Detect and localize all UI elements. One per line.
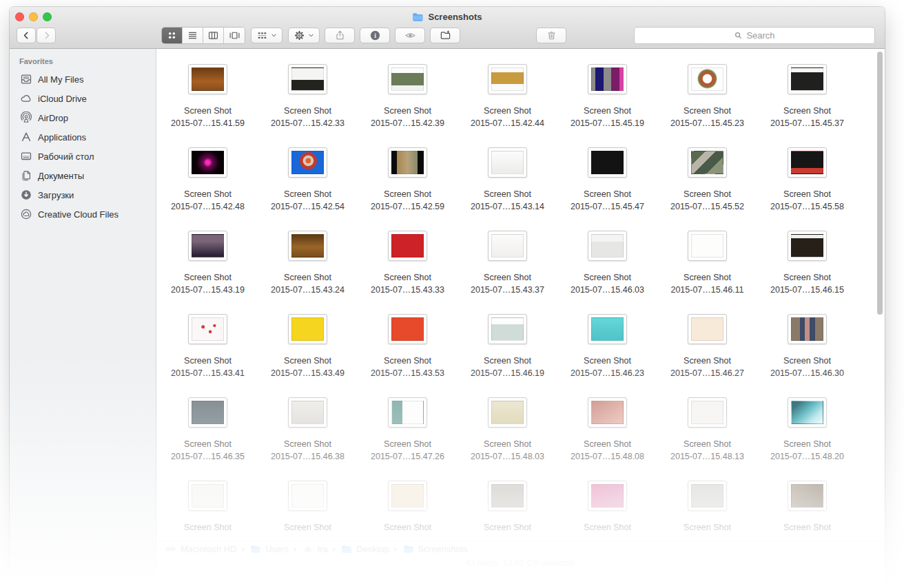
- forward-button[interactable]: [37, 28, 56, 43]
- path-segment[interactable]: Macintosh HD: [165, 544, 237, 554]
- file-thumbnail[interactable]: [788, 64, 827, 94]
- file-item[interactable]: Screen Shot 2015-07…15.43.49: [258, 314, 358, 397]
- sidebar-item-загрузки[interactable]: Загрузки: [10, 185, 156, 204]
- file-thumbnail[interactable]: [588, 397, 627, 428]
- file-thumbnail[interactable]: [488, 397, 527, 428]
- file-thumbnail[interactable]: [688, 147, 727, 178]
- file-thumbnail[interactable]: [788, 314, 827, 344]
- file-item[interactable]: Screen Shot 2015-07…15.42.59: [358, 147, 458, 231]
- file-thumbnail[interactable]: [188, 397, 227, 428]
- file-item[interactable]: Screen Shot 2015-07…15.47.26: [358, 397, 458, 481]
- file-thumbnail[interactable]: [488, 147, 527, 178]
- file-thumbnail[interactable]: [688, 64, 727, 94]
- file-thumbnail[interactable]: [388, 231, 427, 261]
- sidebar-item-icloud-drive[interactable]: iCloud Drive: [10, 89, 156, 108]
- file-thumbnail[interactable]: [788, 397, 827, 428]
- file-thumbnail[interactable]: [288, 314, 327, 344]
- file-item[interactable]: Screen Shot 2015-07…15.43.33: [358, 231, 458, 314]
- file-thumbnail[interactable]: [488, 64, 527, 94]
- list-view-button[interactable]: [183, 28, 203, 43]
- file-item[interactable]: Screen Shot 2015-07…15.42.54: [258, 147, 358, 231]
- file-thumbnail[interactable]: [188, 231, 227, 261]
- file-item[interactable]: Screen Shot 2015-07…15.45.37: [757, 64, 857, 147]
- new-folder-button[interactable]: [430, 28, 460, 43]
- vertical-scrollbar-thumb[interactable]: [877, 52, 883, 315]
- file-thumbnail[interactable]: [288, 147, 327, 178]
- file-thumbnail[interactable]: [288, 397, 327, 428]
- path-segment[interactable]: Users: [250, 544, 289, 554]
- file-item[interactable]: Screen Shot 2015-07…15.43.53: [358, 314, 458, 397]
- file-item[interactable]: Screen Shot 2015-07…15.42.48: [158, 147, 258, 231]
- file-item[interactable]: Screen Shot 2015-07…15.46.30: [757, 314, 857, 397]
- sidebar-item-рабочий-стол[interactable]: Рабочий стол: [10, 147, 156, 166]
- action-button[interactable]: [288, 28, 320, 43]
- file-thumbnail[interactable]: [188, 147, 227, 178]
- arrange-button[interactable]: [251, 28, 282, 43]
- search-input[interactable]: Search: [634, 27, 875, 44]
- file-item[interactable]: Screen Shot 2015-07…15.41.59: [158, 64, 258, 147]
- file-item[interactable]: Screen Shot 2015-07…15.46.03: [557, 231, 657, 314]
- file-thumbnail[interactable]: [588, 231, 627, 261]
- file-item[interactable]: Screen Shot 2015-07…15.42.44: [458, 64, 557, 147]
- file-thumbnail[interactable]: [588, 147, 627, 178]
- sidebar-item-airdrop[interactable]: AirDrop: [10, 108, 156, 127]
- file-thumbnail[interactable]: [388, 481, 427, 511]
- file-thumbnail[interactable]: [488, 231, 527, 261]
- coverflow-view-button[interactable]: [224, 28, 245, 43]
- file-thumbnail[interactable]: [288, 481, 327, 511]
- file-item[interactable]: Screen Shot 2015-07…15.48.08: [557, 397, 657, 481]
- icon-view-button[interactable]: [162, 28, 183, 43]
- get-info-button[interactable]: i: [360, 28, 390, 43]
- path-segment[interactable]: Desktop: [341, 544, 389, 554]
- file-item[interactable]: Screen Shot 2015-07…15.46.11: [657, 231, 757, 314]
- file-item[interactable]: Screen Shot 2015-07…15.42.33: [258, 64, 358, 147]
- file-thumbnail[interactable]: [488, 314, 527, 344]
- file-item[interactable]: Screen Shot 2015-07…15.45.23: [657, 64, 757, 147]
- file-item[interactable]: Screen Shot 2015-07…15.45.47: [557, 147, 657, 231]
- file-item[interactable]: Screen Shot 2015-07…15.48.03: [458, 397, 557, 481]
- sidebar-item-all-my-files[interactable]: All My Files: [10, 70, 156, 89]
- path-segment[interactable]: Screenshots: [403, 544, 468, 554]
- file-thumbnail[interactable]: [788, 481, 827, 511]
- sidebar-item-creative-cloud-files[interactable]: Creative Cloud Files: [10, 204, 156, 224]
- file-thumbnail[interactable]: [288, 231, 327, 261]
- sidebar-item-applications[interactable]: Applications: [10, 127, 156, 147]
- trash-button[interactable]: [536, 28, 566, 43]
- file-item[interactable]: Screen Shot 2015-07…15.46.23: [557, 314, 657, 397]
- file-thumbnail[interactable]: [688, 231, 727, 261]
- column-view-button[interactable]: [203, 28, 224, 43]
- file-thumbnail[interactable]: [288, 64, 327, 94]
- file-item[interactable]: Screen Shot 2015-07…15.48.20: [757, 397, 857, 481]
- file-thumbnail[interactable]: [588, 314, 627, 344]
- file-thumbnail[interactable]: [588, 481, 627, 511]
- file-thumbnail[interactable]: [688, 314, 727, 344]
- file-thumbnail[interactable]: [188, 481, 227, 511]
- file-thumbnail[interactable]: [388, 397, 427, 428]
- file-item[interactable]: Screen Shot 2015-07…15.45.19: [557, 64, 657, 147]
- file-item[interactable]: Screen Shot 2015-07…15.43.24: [258, 231, 358, 314]
- file-item[interactable]: Screen Shot 2015-07…15.45.58: [757, 147, 857, 231]
- file-item[interactable]: Screen Shot 2015-07…15.48.13: [657, 397, 757, 481]
- file-item[interactable]: Screen Shot 2015-07…15.45.52: [657, 147, 757, 231]
- file-item[interactable]: Screen Shot 2015-07…15.43.14: [458, 147, 557, 231]
- file-thumbnail[interactable]: [688, 397, 727, 428]
- file-thumbnail[interactable]: [788, 147, 827, 178]
- file-item[interactable]: Screen Shot 2015-07…15.43.19: [158, 231, 258, 314]
- file-item[interactable]: Screen Shot 2015-07…15.43.41: [158, 314, 258, 397]
- quick-look-button[interactable]: [395, 28, 425, 43]
- file-thumbnail[interactable]: [588, 64, 627, 94]
- file-item[interactable]: Screen Shot 2015-07…15.42.39: [358, 64, 458, 147]
- file-item[interactable]: Screen Shot 2015-07…15.46.19: [458, 314, 557, 397]
- file-item[interactable]: Screen Shot 2015-07…15.46.35: [158, 397, 258, 481]
- sidebar-item-документы[interactable]: Документы: [10, 166, 156, 185]
- file-item[interactable]: Screen Shot 2015-07…15.46.15: [757, 231, 857, 314]
- file-thumbnail[interactable]: [188, 314, 227, 344]
- file-item[interactable]: Screen Shot 2015-07…15.46.38: [258, 397, 358, 481]
- path-segment[interactable]: Ira: [302, 544, 328, 554]
- file-thumbnail[interactable]: [488, 481, 527, 511]
- file-thumbnail[interactable]: [388, 314, 427, 344]
- file-thumbnail[interactable]: [188, 64, 227, 94]
- file-thumbnail[interactable]: [788, 231, 827, 261]
- file-thumbnail[interactable]: [688, 481, 727, 511]
- file-item[interactable]: Screen Shot 2015-07…15.43.37: [458, 231, 557, 314]
